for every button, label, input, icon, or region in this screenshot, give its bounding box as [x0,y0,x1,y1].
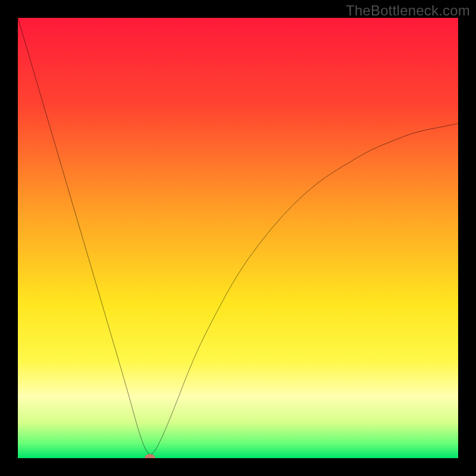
optimal-point-marker [145,454,155,458]
plot-area [18,18,458,458]
bottleneck-curve [18,18,458,458]
watermark-text: TheBottleneck.com [346,2,470,19]
chart-frame: TheBottleneck.com [0,0,476,476]
